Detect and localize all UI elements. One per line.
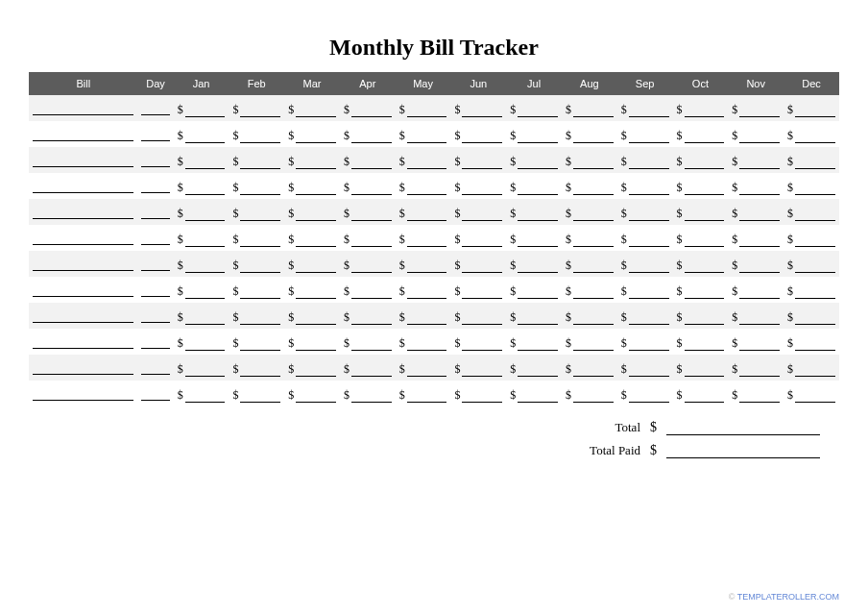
blank-line bbox=[141, 364, 169, 375]
currency-symbol: $ bbox=[232, 388, 238, 403]
month-cell: $ bbox=[284, 121, 340, 147]
blank-line bbox=[33, 209, 133, 219]
blank-line bbox=[518, 184, 558, 195]
month-cell: $ bbox=[728, 381, 784, 406]
blank-line bbox=[518, 107, 558, 117]
blank-line bbox=[33, 390, 133, 401]
blank-line bbox=[739, 236, 780, 247]
currency-symbol: $ bbox=[732, 103, 737, 117]
currency-symbol: $ bbox=[510, 388, 516, 403]
blank-line bbox=[296, 288, 336, 299]
month-cell: $ bbox=[174, 95, 229, 121]
currency-symbol: $ bbox=[232, 129, 238, 143]
currency-symbol: $ bbox=[399, 336, 405, 351]
currency-symbol: $ bbox=[621, 336, 627, 351]
bill-name-cell bbox=[29, 199, 137, 225]
currency-symbol: $ bbox=[454, 103, 460, 117]
blank-line bbox=[141, 105, 169, 115]
blank-line bbox=[462, 392, 502, 403]
month-cell: $ bbox=[174, 303, 229, 329]
blank-line bbox=[685, 262, 725, 273]
blank-line bbox=[240, 314, 280, 325]
currency-symbol: $ bbox=[510, 310, 516, 325]
month-cell: $ bbox=[284, 355, 340, 381]
blank-line bbox=[518, 340, 558, 351]
blank-line bbox=[573, 366, 614, 377]
month-cell: $ bbox=[450, 199, 506, 225]
col-jan: Jan bbox=[174, 72, 229, 95]
blank-line bbox=[573, 159, 614, 169]
month-cell: $ bbox=[174, 173, 229, 199]
blank-line bbox=[407, 366, 447, 377]
month-cell: $ bbox=[506, 303, 562, 329]
blank-line bbox=[739, 314, 780, 325]
col-jun: Jun bbox=[450, 72, 506, 95]
currency-symbol: $ bbox=[288, 310, 294, 325]
footer-link[interactable]: TEMPLATEROLLER.COM bbox=[737, 592, 839, 602]
month-cell: $ bbox=[229, 173, 284, 199]
blank-line bbox=[407, 107, 447, 117]
blank-line bbox=[629, 314, 669, 325]
month-cell: $ bbox=[396, 303, 451, 329]
currency-symbol: $ bbox=[344, 129, 350, 143]
blank-line bbox=[185, 314, 226, 325]
blank-line bbox=[240, 288, 280, 299]
blank-line bbox=[795, 288, 835, 299]
month-cell: $ bbox=[673, 329, 729, 355]
month-cell: $ bbox=[728, 147, 784, 173]
currency-symbol: $ bbox=[178, 388, 183, 403]
month-cell: $ bbox=[174, 225, 229, 251]
blank-line bbox=[296, 314, 336, 325]
month-cell: $ bbox=[728, 95, 784, 121]
currency-symbol: $ bbox=[566, 336, 571, 351]
currency-symbol: $ bbox=[344, 103, 350, 117]
bill-name-cell bbox=[29, 303, 137, 329]
month-cell: $ bbox=[506, 173, 562, 199]
currency-symbol: $ bbox=[787, 388, 793, 403]
month-cell: $ bbox=[229, 199, 284, 225]
currency-symbol: $ bbox=[178, 155, 183, 169]
blank-line bbox=[141, 157, 169, 167]
month-cell: $ bbox=[784, 173, 839, 199]
blank-line bbox=[240, 159, 280, 169]
currency-symbol: $ bbox=[178, 207, 183, 221]
blank-line bbox=[518, 133, 558, 143]
currency-symbol: $ bbox=[399, 258, 405, 273]
month-cell: $ bbox=[617, 95, 673, 121]
blank-line bbox=[33, 105, 133, 115]
blank-line bbox=[33, 312, 133, 323]
currency-symbol: $ bbox=[787, 155, 793, 169]
currency-symbol: $ bbox=[510, 129, 516, 143]
blank-line bbox=[629, 133, 669, 143]
table-header-row: Bill Day Jan Feb Mar Apr May Jun Jul Aug… bbox=[29, 72, 839, 95]
blank-line bbox=[685, 210, 725, 221]
month-cell: $ bbox=[784, 277, 839, 303]
month-cell: $ bbox=[784, 225, 839, 251]
month-cell: $ bbox=[673, 121, 729, 147]
blank-line bbox=[739, 184, 780, 195]
month-cell: $ bbox=[728, 121, 784, 147]
currency-symbol: $ bbox=[677, 129, 683, 143]
blank-line bbox=[629, 159, 669, 169]
blank-line bbox=[629, 236, 669, 247]
month-cell: $ bbox=[673, 355, 729, 381]
month-cell: $ bbox=[562, 355, 617, 381]
blank-line bbox=[240, 107, 280, 117]
currency-symbol: $ bbox=[787, 103, 793, 117]
month-cell: $ bbox=[450, 121, 506, 147]
blank-line bbox=[629, 366, 669, 377]
bill-name-cell bbox=[29, 147, 137, 173]
currency-symbol: $ bbox=[454, 310, 460, 325]
table-row: $$$$$$$$$$$$ bbox=[29, 199, 839, 225]
month-cell: $ bbox=[450, 95, 506, 121]
month-cell: $ bbox=[506, 95, 562, 121]
month-cell: $ bbox=[562, 225, 617, 251]
month-cell: $ bbox=[450, 355, 506, 381]
currency-symbol: $ bbox=[677, 207, 683, 221]
currency-symbol: $ bbox=[288, 258, 294, 273]
currency-symbol: $ bbox=[621, 103, 627, 117]
currency-symbol: $ bbox=[566, 103, 571, 117]
month-cell: $ bbox=[450, 225, 506, 251]
table-row: $$$$$$$$$$$$ bbox=[29, 95, 839, 121]
day-cell bbox=[137, 251, 173, 277]
